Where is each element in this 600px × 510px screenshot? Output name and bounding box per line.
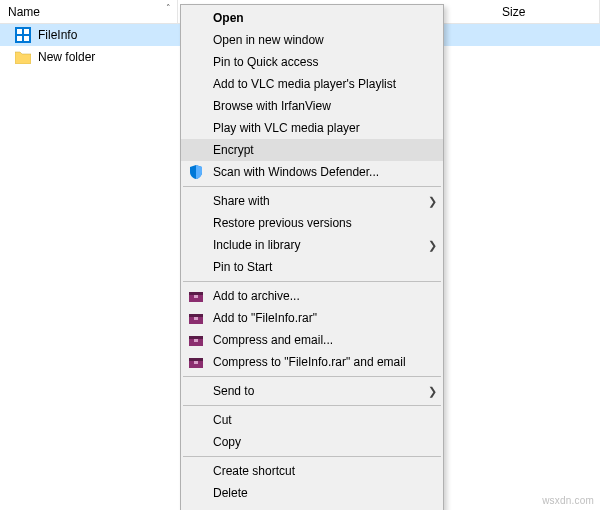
menu-label: Restore previous versions: [213, 216, 437, 230]
column-header-size-label: Size: [502, 5, 525, 19]
blank-icon: [185, 141, 207, 159]
column-header-size[interactable]: Size: [494, 0, 600, 23]
svg-rect-1: [17, 29, 22, 34]
menu-label: Encrypt: [213, 143, 437, 157]
blank-icon: [185, 119, 207, 137]
menu-label: Send to: [213, 384, 425, 398]
menu-separator: [183, 281, 441, 282]
menu-separator: [183, 405, 441, 406]
menu-copy[interactable]: Copy: [181, 431, 443, 453]
blank-icon: [185, 192, 207, 210]
folder-icon: [14, 48, 32, 66]
blank-icon: [185, 97, 207, 115]
menu-separator: [183, 456, 441, 457]
svg-rect-16: [194, 361, 198, 364]
menu-restore-previous[interactable]: Restore previous versions: [181, 212, 443, 234]
menu-label: Add to archive...: [213, 289, 437, 303]
blank-icon: [185, 462, 207, 480]
blank-icon: [185, 506, 207, 510]
menu-create-shortcut[interactable]: Create shortcut: [181, 460, 443, 482]
menu-label: Scan with Windows Defender...: [213, 165, 437, 179]
blank-icon: [185, 411, 207, 429]
menu-label: Pin to Quick access: [213, 55, 437, 69]
menu-scan-defender[interactable]: Scan with Windows Defender...: [181, 161, 443, 183]
svg-rect-13: [194, 339, 198, 342]
menu-label: Open in new window: [213, 33, 437, 47]
menu-delete[interactable]: Delete: [181, 482, 443, 504]
shield-icon: [185, 163, 207, 181]
menu-compress-email[interactable]: Compress and email...: [181, 329, 443, 351]
menu-open[interactable]: Open: [181, 7, 443, 29]
menu-play-vlc[interactable]: Play with VLC media player: [181, 117, 443, 139]
menu-separator: [183, 376, 441, 377]
menu-label: Include in library: [213, 238, 425, 252]
menu-cut[interactable]: Cut: [181, 409, 443, 431]
svg-rect-10: [194, 317, 198, 320]
svg-rect-6: [189, 292, 203, 295]
blank-icon: [185, 9, 207, 27]
menu-share-with[interactable]: Share with ❯: [181, 190, 443, 212]
menu-label: Create shortcut: [213, 464, 437, 478]
archive-icon: [185, 353, 207, 371]
menu-rename[interactable]: Rename: [181, 504, 443, 510]
menu-label: Play with VLC media player: [213, 121, 437, 135]
svg-rect-4: [24, 36, 29, 41]
menu-browse-irfanview[interactable]: Browse with IrfanView: [181, 95, 443, 117]
menu-compress-rar-email[interactable]: Compress to "FileInfo.rar" and email: [181, 351, 443, 373]
menu-pin-start[interactable]: Pin to Start: [181, 256, 443, 278]
menu-label: Share with: [213, 194, 425, 208]
svg-rect-9: [189, 314, 203, 317]
blank-icon: [185, 258, 207, 276]
menu-label: Delete: [213, 486, 437, 500]
menu-pin-quick-access[interactable]: Pin to Quick access: [181, 51, 443, 73]
archive-icon: [185, 331, 207, 349]
menu-label: Compress and email...: [213, 333, 437, 347]
menu-add-archive[interactable]: Add to archive...: [181, 285, 443, 307]
svg-rect-3: [17, 36, 22, 41]
menu-label: Pin to Start: [213, 260, 437, 274]
blank-icon: [185, 382, 207, 400]
file-label: New folder: [38, 50, 95, 64]
menu-add-vlc-playlist[interactable]: Add to VLC media player's Playlist: [181, 73, 443, 95]
menu-label: Add to "FileInfo.rar": [213, 311, 437, 325]
menu-label: Cut: [213, 413, 437, 427]
sort-caret-icon: ˄: [166, 4, 171, 13]
blank-icon: [185, 433, 207, 451]
column-header-name[interactable]: Name ˄: [0, 0, 178, 23]
blank-icon: [185, 214, 207, 232]
menu-label: Browse with IrfanView: [213, 99, 437, 113]
menu-add-rar[interactable]: Add to "FileInfo.rar": [181, 307, 443, 329]
menu-separator: [183, 186, 441, 187]
svg-rect-7: [194, 295, 198, 298]
app-icon: [14, 26, 32, 44]
menu-open-new-window[interactable]: Open in new window: [181, 29, 443, 51]
menu-send-to[interactable]: Send to ❯: [181, 380, 443, 402]
menu-label: Compress to "FileInfo.rar" and email: [213, 355, 437, 369]
menu-label: Copy: [213, 435, 437, 449]
svg-rect-2: [24, 29, 29, 34]
archive-icon: [185, 287, 207, 305]
blank-icon: [185, 484, 207, 502]
chevron-right-icon: ❯: [425, 195, 437, 208]
blank-icon: [185, 236, 207, 254]
blank-icon: [185, 53, 207, 71]
blank-icon: [185, 31, 207, 49]
menu-include-library[interactable]: Include in library ❯: [181, 234, 443, 256]
blank-icon: [185, 75, 207, 93]
menu-encrypt[interactable]: Encrypt: [181, 139, 443, 161]
chevron-right-icon: ❯: [425, 385, 437, 398]
svg-rect-15: [189, 358, 203, 361]
column-header-name-label: Name: [8, 5, 40, 19]
watermark: wsxdn.com: [542, 495, 594, 506]
file-label: FileInfo: [38, 28, 77, 42]
menu-label: Add to VLC media player's Playlist: [213, 77, 437, 91]
menu-open-label: Open: [213, 11, 437, 25]
chevron-right-icon: ❯: [425, 239, 437, 252]
archive-icon: [185, 309, 207, 327]
svg-rect-12: [189, 336, 203, 339]
context-menu: Open Open in new window Pin to Quick acc…: [180, 4, 444, 510]
